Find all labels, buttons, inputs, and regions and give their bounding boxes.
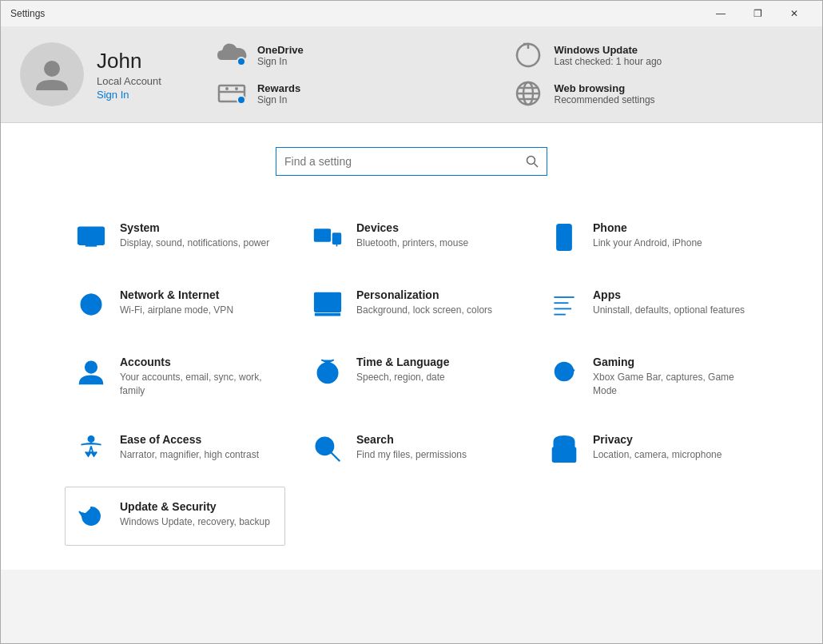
- setting-item-network[interactable]: Network & Internet Wi-Fi, airplane mode,…: [65, 275, 285, 334]
- setting-name-search: Search: [356, 433, 467, 446]
- minimize-button[interactable]: —: [702, 1, 739, 26]
- devices-icon: [312, 221, 344, 253]
- svg-point-47: [561, 451, 567, 457]
- windows-update-text: Windows Update Last checked: 1 hour ago: [554, 44, 662, 67]
- setting-text-personalization: Personalization Background, lock screen,…: [356, 288, 492, 317]
- services-section: OneDrive Sign In: [209, 39, 803, 109]
- svg-point-21: [563, 246, 566, 249]
- avatar: [20, 42, 84, 106]
- setting-desc-personalization: Background, lock screen, colors: [356, 304, 492, 317]
- windows-update-icon: [512, 42, 544, 68]
- setting-text-devices: Devices Bluetooth, printers, mouse: [356, 221, 468, 250]
- maximize-button[interactable]: ❐: [739, 1, 776, 26]
- accessibility-icon: [75, 433, 107, 465]
- apps-icon: [548, 288, 580, 320]
- svg-point-41: [570, 366, 572, 368]
- setting-name-network: Network & Internet: [120, 288, 233, 301]
- svg-point-44: [316, 437, 334, 455]
- svg-point-10: [527, 157, 535, 165]
- rewards-sub: Sign In: [257, 94, 300, 105]
- search-icon: [312, 433, 344, 465]
- service-onedrive[interactable]: OneDrive Sign In: [209, 39, 507, 71]
- setting-item-gaming[interactable]: Gaming Xbox Game Bar, captures, Game Mod…: [538, 342, 758, 411]
- service-windows-update[interactable]: Windows Update Last checked: 1 hour ago: [506, 39, 803, 71]
- setting-desc-accounts: Your accounts, email, sync, work, family: [120, 371, 275, 398]
- setting-item-accounts[interactable]: Accounts Your accounts, email, sync, wor…: [65, 342, 285, 411]
- setting-item-phone[interactable]: Phone Link your Android, iPhone: [538, 208, 758, 267]
- web-browsing-icon: [512, 81, 544, 106]
- setting-desc-time-language: Speech, region, date: [356, 371, 449, 384]
- setting-desc-search: Find my files, permissions: [356, 448, 467, 462]
- setting-item-ease-of-access[interactable]: Ease of Access Narrator, magnifier, high…: [65, 419, 285, 479]
- setting-text-network: Network & Internet Wi-Fi, airplane mode,…: [120, 288, 233, 317]
- setting-name-gaming: Gaming: [593, 356, 748, 368]
- accounts-icon: [75, 356, 107, 388]
- setting-name-privacy: Privacy: [593, 433, 722, 446]
- svg-rect-28: [315, 313, 340, 316]
- svg-point-43: [88, 435, 93, 441]
- svg-line-45: [332, 452, 340, 461]
- profile-info: John Local Account Sign In: [97, 49, 161, 101]
- services-column-1: OneDrive Sign In: [209, 39, 507, 109]
- privacy-icon: [548, 433, 580, 465]
- setting-desc-privacy: Location, camera, microphone: [593, 448, 722, 462]
- setting-item-update-security[interactable]: Update & Security Windows Update, recove…: [65, 487, 285, 546]
- setting-text-update-security: Update & Security Windows Update, recove…: [120, 500, 270, 529]
- setting-desc-network: Wi-Fi, airplane mode, VPN: [120, 304, 233, 317]
- search-icon[interactable]: [518, 147, 547, 176]
- windows-update-sub: Last checked: 1 hour ago: [554, 56, 662, 67]
- setting-name-phone: Phone: [593, 221, 702, 234]
- setting-item-system[interactable]: System Display, sound, notifications, po…: [65, 208, 285, 267]
- setting-item-time-language[interactable]: Time & Language Speech, region, date: [301, 342, 522, 411]
- onedrive-icon: [216, 42, 248, 68]
- setting-text-apps: Apps Uninstall, defaults, optional featu…: [593, 288, 745, 317]
- svg-point-34: [85, 361, 97, 372]
- header: John Local Account Sign In OneDrive: [1, 26, 822, 123]
- setting-item-search[interactable]: Search Find my files, permissions: [301, 419, 522, 479]
- service-web-browsing[interactable]: Web browsing Recommended settings: [506, 78, 803, 109]
- setting-desc-apps: Uninstall, defaults, optional features: [593, 304, 745, 317]
- search-input[interactable]: [276, 155, 518, 168]
- profile-name: John: [97, 49, 161, 74]
- setting-name-accounts: Accounts: [120, 356, 275, 368]
- svg-point-4: [235, 87, 238, 90]
- system-icon: [75, 221, 107, 253]
- rewards-name: Rewards: [257, 82, 300, 94]
- time-icon: [312, 356, 344, 388]
- setting-name-ease-of-access: Ease of Access: [120, 433, 259, 446]
- profile-signin-link[interactable]: Sign In: [97, 89, 161, 101]
- setting-item-apps[interactable]: Apps Uninstall, defaults, optional featu…: [538, 275, 758, 334]
- setting-name-update-security: Update & Security: [120, 500, 270, 513]
- svg-point-42: [572, 369, 575, 372]
- close-button[interactable]: ✕: [776, 1, 813, 26]
- service-rewards[interactable]: Rewards Sign In: [209, 78, 507, 109]
- personalization-icon: [312, 288, 344, 320]
- setting-name-devices: Devices: [356, 221, 468, 234]
- services-column-2: Windows Update Last checked: 1 hour ago: [506, 39, 803, 109]
- svg-rect-12: [78, 227, 104, 244]
- setting-name-time-language: Time & Language: [356, 356, 449, 368]
- title-bar: Settings — ❐ ✕: [1, 1, 822, 26]
- setting-item-privacy[interactable]: Privacy Location, camera, microphone: [538, 419, 758, 479]
- setting-text-search: Search Find my files, permissions: [356, 433, 467, 462]
- onedrive-sub: Sign In: [257, 56, 304, 67]
- window-controls: — ❐ ✕: [702, 1, 813, 26]
- settings-grid: System Display, sound, notifications, po…: [1, 192, 822, 570]
- setting-desc-system: Display, sound, notifications, power: [120, 237, 269, 250]
- rewards-icon: [216, 81, 248, 106]
- windows-update-name: Windows Update: [554, 44, 662, 56]
- phone-icon: [548, 221, 580, 253]
- onedrive-name: OneDrive: [257, 44, 304, 56]
- svg-rect-18: [316, 231, 322, 237]
- setting-text-time-language: Time & Language Speech, region, date: [356, 356, 449, 384]
- setting-desc-ease-of-access: Narrator, magnifier, high contrast: [120, 448, 259, 462]
- svg-rect-16: [333, 233, 341, 244]
- search-box: [276, 147, 547, 176]
- svg-line-11: [535, 164, 539, 168]
- setting-desc-gaming: Xbox Game Bar, captures, Game Mode: [593, 371, 748, 398]
- svg-point-29: [332, 296, 337, 301]
- update-icon: [75, 500, 107, 532]
- setting-item-personalization[interactable]: Personalization Background, lock screen,…: [301, 275, 522, 334]
- web-browsing-sub: Recommended settings: [554, 94, 654, 105]
- setting-item-devices[interactable]: Devices Bluetooth, printers, mouse: [301, 208, 522, 267]
